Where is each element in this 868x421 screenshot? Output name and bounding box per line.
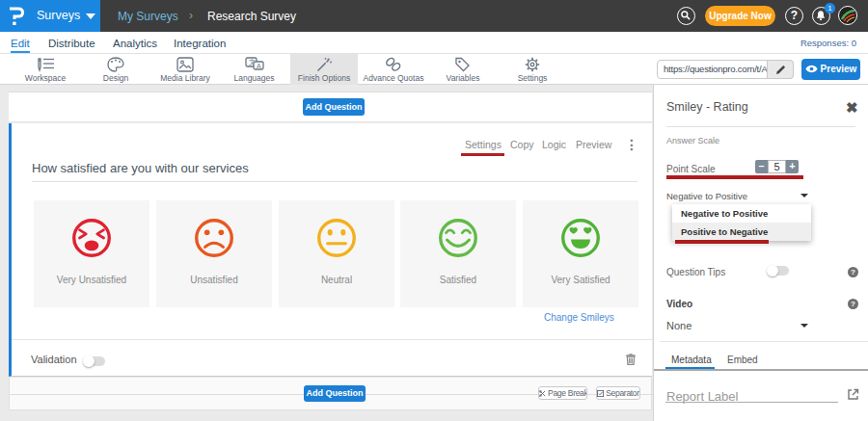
svg-text:A: A: [257, 63, 261, 69]
